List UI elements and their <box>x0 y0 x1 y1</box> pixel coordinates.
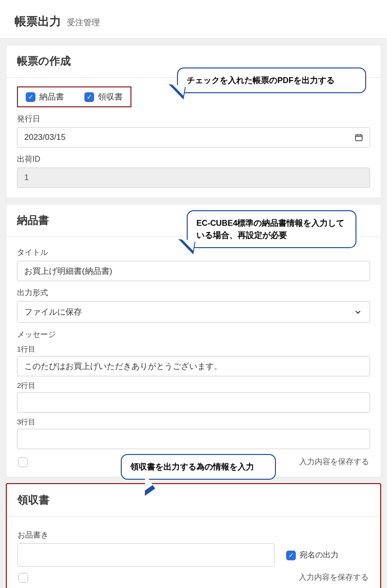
callout-pdf-output: チェックを入れた帳票のPDFを出力する <box>177 67 366 93</box>
checkbox-receipt[interactable]: ✓ 領収書 <box>84 91 123 102</box>
title-input[interactable] <box>17 261 370 281</box>
issue-date-field-wrap <box>17 127 370 148</box>
shipping-id-label: 出荷ID <box>17 154 370 165</box>
line3-label: 3行目 <box>17 418 370 427</box>
issue-date-label: 発行日 <box>17 114 370 124</box>
receipt-save-row: 入力内容を保存する <box>17 570 370 588</box>
message-label: メッセージ <box>17 330 370 340</box>
receipt-card-header: 領収書 <box>7 484 380 517</box>
callout-eccube-reset: EC-CUBE4標準の納品書情報を入力している場合、再設定が必要 <box>187 210 356 248</box>
save-label: 入力内容を保存する <box>299 457 369 467</box>
save-checkbox[interactable] <box>18 573 28 583</box>
page-header: 帳票出力 受注管理 <box>0 0 387 38</box>
chevron-down-icon <box>354 308 362 317</box>
main-content: 帳票の作成 チェックを入れた帳票のPDFを出力する ✓ 納品書 ✓ 領収書 発行… <box>0 38 387 588</box>
svg-rect-0 <box>355 135 362 141</box>
output-format-label: 出力形式 <box>17 288 370 298</box>
page-title: 帳票出力 <box>15 14 61 29</box>
receipt-card-body: お品書き ✓ 宛名の出力 入力内容を保存する <box>7 517 380 588</box>
creation-heading: 帳票の作成 <box>17 54 370 68</box>
document-type-checkboxes: ✓ 納品書 ✓ 領収書 <box>17 86 131 107</box>
checkbox-label: 納品書 <box>39 91 64 102</box>
creation-card: 帳票の作成 チェックを入れた帳票のPDFを出力する ✓ 納品書 ✓ 領収書 発行… <box>6 45 381 198</box>
check-icon: ✓ <box>26 92 35 102</box>
line1-label: 1行目 <box>17 345 370 354</box>
check-icon: ✓ <box>286 551 296 560</box>
item-label: お品書き <box>17 530 370 540</box>
line1-input[interactable] <box>17 356 370 376</box>
output-format-select[interactable]: ファイルに保存 <box>17 301 370 323</box>
callout-text: EC-CUBE4標準の納品書情報を入力している場合、再設定が必要 <box>196 218 344 239</box>
receipt-card: 領収書 お品書き ✓ 宛名の出力 入力内容を保存する <box>6 483 381 588</box>
delivery-slip-body: タイトル 出力形式 ファイルに保存 メッセージ 1行目 2行目 3行目 入力内容… <box>6 237 381 477</box>
issue-date-input[interactable] <box>17 127 370 148</box>
delivery-slip-card: 納品書 EC-CUBE4標準の納品書情報を入力している場合、再設定が必要 タイト… <box>6 204 381 477</box>
calendar-icon <box>355 133 363 142</box>
save-label: 入力内容を保存する <box>299 572 369 583</box>
save-checkbox[interactable] <box>18 457 28 467</box>
output-format-select-wrap: ファイルに保存 <box>17 301 370 323</box>
receipt-heading: 領収書 <box>17 493 370 507</box>
callout-text: チェックを入れた帳票のPDFを出力する <box>187 76 335 84</box>
checkbox-delivery-slip[interactable]: ✓ 納品書 <box>26 91 64 102</box>
addressee-label: 宛名の出力 <box>300 550 339 560</box>
check-icon: ✓ <box>84 92 94 102</box>
line2-label: 2行目 <box>17 381 370 390</box>
creation-card-body: ✓ 納品書 ✓ 領収書 発行日 出荷ID 1 <box>6 78 381 198</box>
checkbox-label: 領収書 <box>98 91 123 102</box>
line3-input[interactable] <box>17 429 370 449</box>
callout-text: 領収書を出力する為の情報を入力 <box>130 462 254 471</box>
addressee-checkbox-row: ✓ 宛名の出力 <box>286 550 339 560</box>
item-input[interactable] <box>17 543 274 567</box>
addressee-checkbox[interactable]: ✓ 宛名の出力 <box>286 550 339 560</box>
page-subtitle: 受注管理 <box>67 17 100 28</box>
line2-input[interactable] <box>17 392 370 413</box>
callout-receipt-info: 領収書を出力する為の情報を入力 <box>121 454 276 480</box>
shipping-id-value: 1 <box>17 168 370 188</box>
